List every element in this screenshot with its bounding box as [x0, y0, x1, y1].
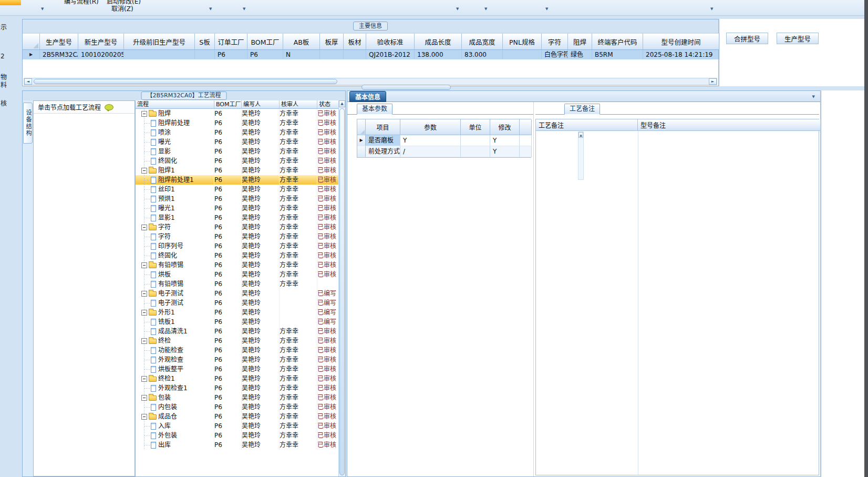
tree-row[interactable]: 终检P6吴艳玲方幸幸已审核: [136, 336, 338, 346]
tree-column-header[interactable]: 流程: [136, 100, 214, 109]
scroll-up-icon[interactable]: ▲: [339, 100, 345, 107]
main-grid-column-header[interactable]: 字符: [542, 33, 568, 50]
main-grid-selected-row[interactable]: ▶ 2B5RM32CA010010200205383P6P6NQJ201B-20…: [23, 50, 718, 59]
main-grid-column-header[interactable]: 板材: [344, 33, 366, 50]
tree-column-header[interactable]: 状态: [317, 100, 340, 109]
tree-row[interactable]: 阻焊1P6吴艳玲方幸幸已审核: [136, 166, 338, 175]
dropdown-arrow-icon[interactable]: ▼: [484, 7, 487, 11]
active-menu-tab[interactable]: [0, 0, 21, 5]
collapse-icon[interactable]: [141, 262, 147, 268]
tab-basic-info[interactable]: 基本信息: [349, 91, 386, 102]
scrollbar-thumb[interactable]: [339, 108, 345, 475]
tree-row[interactable]: 烘板整平P6吴艳玲方幸幸已审核: [136, 364, 338, 374]
param-cell[interactable]: Y: [400, 135, 461, 146]
dock-label[interactable]: 2: [1, 53, 8, 60]
tree-row[interactable]: 外观检查P6吴艳玲方幸幸已审核: [136, 355, 338, 364]
tree-row[interactable]: 终检1P6吴艳玲方幸幸已审核: [136, 374, 338, 383]
param-row[interactable]: ▶是否磨板YY: [357, 135, 531, 146]
tab-process-notes[interactable]: 工艺备注: [564, 104, 600, 115]
param-cell[interactable]: Y: [490, 135, 520, 146]
dock-label[interactable]: 核: [1, 100, 8, 108]
params-column-header[interactable]: 修改: [490, 119, 520, 135]
tab-basic-params[interactable]: 基本参数: [357, 104, 392, 115]
collapse-icon[interactable]: [141, 310, 147, 316]
dock-label[interactable]: 物料: [1, 74, 8, 89]
collapse-icon[interactable]: [141, 168, 147, 174]
tree-row[interactable]: 出库P6吴艳玲方幸幸已审核: [136, 440, 338, 450]
tree-column-header[interactable]: 编写人: [242, 100, 280, 109]
main-grid-column-header[interactable]: 阻焊: [568, 33, 592, 50]
tree-column-header[interactable]: BOM工厂: [214, 100, 242, 109]
dropdown-arrow-icon[interactable]: ▼: [209, 7, 212, 11]
tree-vscrollbar[interactable]: ▲: [338, 100, 345, 476]
dropdown-arrow-icon[interactable]: ▼: [456, 7, 459, 11]
collapse-icon[interactable]: [141, 111, 147, 117]
param-cell[interactable]: 是否磨板: [366, 135, 400, 146]
collapse-icon[interactable]: [141, 225, 147, 230]
main-grid-column-header[interactable]: PNL规格: [503, 33, 542, 50]
main-grid-column-header[interactable]: 新生产型号: [78, 33, 124, 50]
tree-row[interactable]: 成品仓P6吴艳玲方幸幸已审核: [136, 412, 338, 421]
tree-row[interactable]: 外包装P6吴艳玲方幸幸已审核: [136, 431, 338, 440]
dropdown-arrow-icon[interactable]: ▼: [41, 7, 44, 11]
param-cell[interactable]: [461, 135, 490, 146]
tree-row[interactable]: 喷涂P6吴艳玲方幸幸已审核: [136, 128, 338, 137]
dropdown-arrow-icon[interactable]: ▼: [243, 7, 245, 11]
tree-row[interactable]: 包装P6吴艳玲方幸幸已审核: [136, 393, 338, 402]
tree-row-selected[interactable]: 阻焊前处理1P6吴艳玲方幸幸已审核: [136, 175, 338, 185]
collapse-icon[interactable]: [141, 395, 147, 401]
param-cell[interactable]: /: [400, 146, 461, 157]
main-grid-column-header[interactable]: 订单工厂: [215, 33, 247, 50]
tree-row[interactable]: 外观检查1P6吴艳玲方幸幸已审核: [136, 383, 338, 393]
tree-row[interactable]: 入库P6吴艳玲方幸幸已审核: [136, 421, 338, 431]
tree-row[interactable]: 电子测试P6吴艳玲已编写: [136, 289, 338, 298]
main-grid-column-header[interactable]: BOM工厂: [247, 33, 283, 50]
tree-row[interactable]: 功能检查P6吴艳玲方幸幸已审核: [136, 346, 338, 355]
menu-start-modify[interactable]: 启动修改(E): [107, 0, 141, 5]
main-grid-column-header[interactable]: 板厚: [320, 33, 344, 50]
param-row[interactable]: 前处理方式/Y: [357, 146, 531, 157]
tree-row[interactable]: 字符P6吴艳玲方幸幸已审核: [136, 232, 338, 241]
notes-vscrollbar[interactable]: ▲: [578, 131, 584, 180]
scroll-left-icon[interactable]: ◄: [24, 78, 32, 85]
main-grid-column-header[interactable]: AB板: [283, 33, 320, 50]
row-selector-header[interactable]: [23, 33, 40, 50]
params-column-header[interactable]: 参数: [400, 119, 461, 135]
main-grid-column-header[interactable]: 终端客户代码: [592, 33, 643, 50]
main-grid-column-header[interactable]: 成品长度: [415, 33, 462, 50]
collapse-icon[interactable]: [141, 291, 147, 297]
tree-row[interactable]: 电子测试P6吴艳玲已编写: [136, 298, 338, 308]
main-grid-column-header[interactable]: 成品宽度: [462, 33, 503, 50]
tree-row[interactable]: 终固化P6吴艳玲方幸幸已审核: [136, 251, 338, 260]
dropdown-arrow-icon[interactable]: ▼: [545, 7, 548, 11]
main-grid-column-header[interactable]: 验收标准: [366, 33, 415, 50]
tree-row[interactable]: 显影P6吴艳玲方幸幸已审核: [136, 147, 338, 156]
main-grid-hscrollbar[interactable]: ◄ ►: [24, 78, 717, 85]
horizontal-splitter-handle[interactable]: [361, 85, 451, 90]
tree-row[interactable]: 终固化P6吴艳玲方幸幸已审核: [136, 156, 338, 166]
main-grid-column-header[interactable]: S板: [195, 33, 215, 50]
tree-row[interactable]: 内包装P6吴艳玲方幸幸已审核: [136, 402, 338, 412]
tree-row[interactable]: 成品清洗1P6吴艳玲方幸幸已审核: [136, 327, 338, 336]
tree-row[interactable]: 阻焊前处理P6吴艳玲方幸幸已审核: [136, 118, 338, 128]
scroll-up-icon[interactable]: ▲: [578, 132, 583, 138]
tree-row[interactable]: 字符P6吴艳玲方幸幸已审核: [136, 222, 338, 232]
tree-row[interactable]: 预烘1P6吴艳玲方幸幸已审核: [136, 194, 338, 204]
main-grid-column-header[interactable]: 型号创建时间: [643, 33, 719, 50]
tree-row[interactable]: 印序列号P6吴艳玲方幸幸已审核: [136, 241, 338, 251]
pinned-column-header[interactable]: 合拼型号: [726, 33, 768, 44]
scroll-right-icon[interactable]: ►: [709, 78, 717, 85]
collapse-icon[interactable]: [141, 376, 147, 382]
panel-dropdown-icon[interactable]: ▼: [812, 95, 815, 99]
main-grid-column-header[interactable]: 升级前旧生产型号: [124, 33, 195, 50]
tree-row[interactable]: 外形1P6吴艳玲已编写: [136, 308, 338, 317]
tree-row[interactable]: 阻焊P6吴艳玲方幸幸已审核: [136, 109, 338, 118]
param-cell[interactable]: 前处理方式: [366, 146, 400, 157]
tree-row[interactable]: 显影1P6吴艳玲方幸幸已审核: [136, 213, 338, 222]
menu-cancel[interactable]: 取消(Z): [111, 6, 133, 13]
collapse-icon[interactable]: [141, 338, 147, 344]
tree-row[interactable]: 有铅喷锡P6吴艳玲方幸幸: [136, 279, 338, 289]
tab-equipment-structure[interactable]: 设备结构: [23, 103, 33, 144]
tree-column-header[interactable]: 核审人: [280, 100, 317, 109]
main-grid-column-header[interactable]: 生产型号: [40, 33, 78, 50]
